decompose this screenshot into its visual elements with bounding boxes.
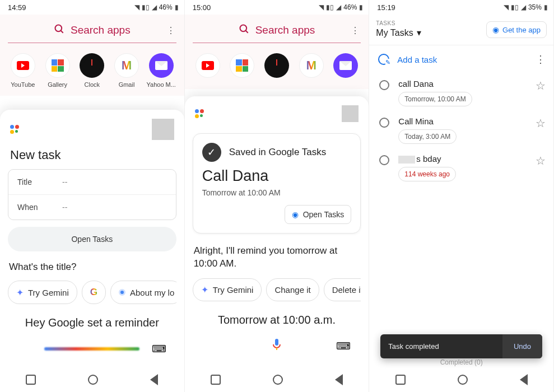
assistant-input-bar: ⌨ (8, 338, 176, 360)
tasks-app-icon: ◉ (492, 25, 499, 34)
open-tasks-button[interactable]: Open Tasks (8, 227, 176, 251)
app-gmail[interactable]: MGmail (110, 53, 143, 88)
nav-recents-icon[interactable] (211, 375, 221, 385)
status-bar: 14:59 ◥ ▮▯ ◢ 46% ▮ (0, 0, 184, 15)
nav-back-icon[interactable] (335, 374, 343, 385)
star-icon[interactable]: ☆ (536, 79, 546, 92)
status-right: ◥ ▮▯ ◢ 46% ▮ (319, 3, 363, 11)
snackbar-message: Task completed (380, 334, 446, 358)
when-label: When (17, 203, 62, 212)
assistant-logo-icon (10, 125, 21, 134)
mic-icon[interactable] (272, 338, 282, 354)
app-youtube[interactable]: YouTube (7, 53, 39, 88)
app-yahoomail[interactable]: Yahoo M... (145, 53, 178, 88)
saved-label: Saved in Google Tasks (229, 147, 327, 158)
task-title: Call Mina (398, 116, 527, 126)
task-date-chip[interactable]: Tomorrow, 10:00 AM (398, 92, 472, 106)
overflow-icon[interactable]: ⋮ (536, 53, 546, 66)
open-tasks-button[interactable]: ◉ Open Tasks (285, 205, 352, 224)
nav-home-icon[interactable] (273, 375, 283, 385)
star-icon[interactable]: ☆ (536, 154, 546, 167)
nav-home-icon[interactable] (458, 375, 468, 385)
nav-recents-icon[interactable] (26, 375, 36, 385)
chip-about-location[interactable]: About my lo (110, 281, 176, 304)
when-field[interactable]: When -- (8, 195, 176, 220)
assistant-response: Alright, I'll remind you tomorrow at 10:… (193, 242, 361, 278)
nav-back-icon[interactable] (150, 374, 158, 385)
chip-delete-it[interactable]: Delete it (324, 278, 361, 301)
title-label: Title (17, 178, 62, 186)
app-gallery[interactable] (226, 53, 258, 81)
status-right: ◥ ▮▯ ◢ 46% ▮ (134, 3, 179, 11)
title-value: -- (62, 178, 67, 186)
add-task-button[interactable]: Add a task (378, 54, 437, 65)
battery-icon: ▮ (175, 3, 179, 11)
new-task-heading: New task (8, 147, 176, 169)
keyboard-icon[interactable]: ⌨ (336, 340, 351, 352)
star-icon[interactable]: ☆ (536, 116, 546, 130)
overflow-icon[interactable]: ⋮ (166, 25, 175, 36)
keyboard-icon[interactable]: ⌨ (152, 343, 166, 355)
gemini-icon: ✦ (16, 287, 24, 298)
status-time: 15:19 (377, 3, 395, 12)
add-task-icon (378, 54, 389, 65)
svg-point-2 (240, 25, 246, 32)
signal2-icon: ◢ (152, 3, 157, 11)
signal-icon: ▮▯ (511, 3, 519, 11)
list-dropdown[interactable]: My Tasks ▾ (376, 27, 421, 38)
chip-try-gemini[interactable]: ✦Try Gemini (193, 278, 262, 301)
nav-bar (185, 367, 369, 392)
apps-row: YouTube Gallery Clock MGmail Yahoo M... (6, 49, 179, 92)
task-item[interactable]: s bday 114 weeks ago ☆ (369, 148, 553, 186)
snackbar: Task completed Undo (380, 334, 542, 358)
app-gallery[interactable]: Gallery (41, 53, 74, 88)
completed-hint: Completed (0) (369, 358, 553, 366)
nav-back-icon[interactable] (520, 374, 528, 385)
task-item[interactable]: Call Mina Today, 3:00 AM ☆ (369, 111, 553, 148)
yahoomail-icon (333, 53, 358, 78)
task-title: call Dana (398, 79, 527, 88)
chip-google[interactable]: G (82, 281, 106, 304)
task-item[interactable]: call Dana Tomorrow, 10:00 AM ☆ (369, 73, 553, 111)
chip-try-gemini[interactable]: ✦Try Gemini (8, 281, 77, 304)
battery-icon: ▮ (359, 3, 363, 11)
nav-recents-icon[interactable] (395, 375, 406, 385)
redacted-box (342, 105, 359, 122)
get-app-button[interactable]: ◉ Get the app (486, 21, 547, 38)
screen-task-saved: 15:00 ◥ ▮▯ ◢ 46% ▮ Search apps ⋮ M (185, 0, 370, 392)
nav-home-icon[interactable] (88, 375, 98, 385)
app-clock[interactable]: Clock (76, 53, 108, 88)
status-bar: 15:00 ◥ ▮▯ ◢ 46% ▮ (185, 0, 369, 15)
tasks-label: TASKS (376, 20, 421, 26)
wifi-icon: ◥ (319, 3, 324, 11)
overflow-icon[interactable]: ⋮ (351, 25, 360, 36)
app-gmail[interactable]: M (295, 53, 328, 81)
task-complete-checkbox[interactable] (379, 80, 389, 90)
tasks-header: TASKS My Tasks ▾ ◉ Get the app (369, 15, 553, 43)
screen-new-task: 14:59 ◥ ▮▯ ◢ 46% ▮ Search apps ⋮ YouTube… (0, 0, 185, 392)
app-youtube[interactable] (192, 53, 224, 81)
title-field[interactable]: Title -- (8, 170, 176, 195)
svg-line-3 (245, 31, 248, 33)
task-date-chip[interactable]: Today, 3:00 AM (398, 129, 457, 144)
task-date-chip[interactable]: 114 weeks ago (398, 167, 456, 181)
task-complete-checkbox[interactable] (379, 118, 389, 128)
undo-button[interactable]: Undo (502, 334, 542, 358)
search-apps-bar[interactable]: Search apps ⋮ (6, 18, 179, 41)
svg-line-1 (60, 31, 63, 33)
gallery-icon (230, 53, 254, 78)
gmail-icon: M (299, 53, 324, 78)
app-clock[interactable] (260, 53, 293, 81)
redacted-box (152, 119, 174, 140)
assistant-sheet: ✓ Saved in Google Tasks Call Dana Tomorr… (185, 96, 369, 392)
battery-icon: ▮ (544, 3, 548, 11)
nav-bar (0, 367, 184, 392)
assistant-input-bar: ⌨ (193, 335, 361, 357)
chip-change-it[interactable]: Change it (266, 278, 319, 301)
suggestion-chips: ✦Try Gemini Change it Delete it (193, 278, 361, 310)
app-yahoomail[interactable] (329, 53, 362, 81)
voice-spectrum-icon[interactable] (44, 347, 139, 351)
task-complete-checkbox[interactable] (379, 155, 389, 165)
spoken-transcript: Hey Google set a reminder (8, 313, 176, 338)
search-apps-bar[interactable]: Search apps ⋮ (190, 18, 364, 41)
